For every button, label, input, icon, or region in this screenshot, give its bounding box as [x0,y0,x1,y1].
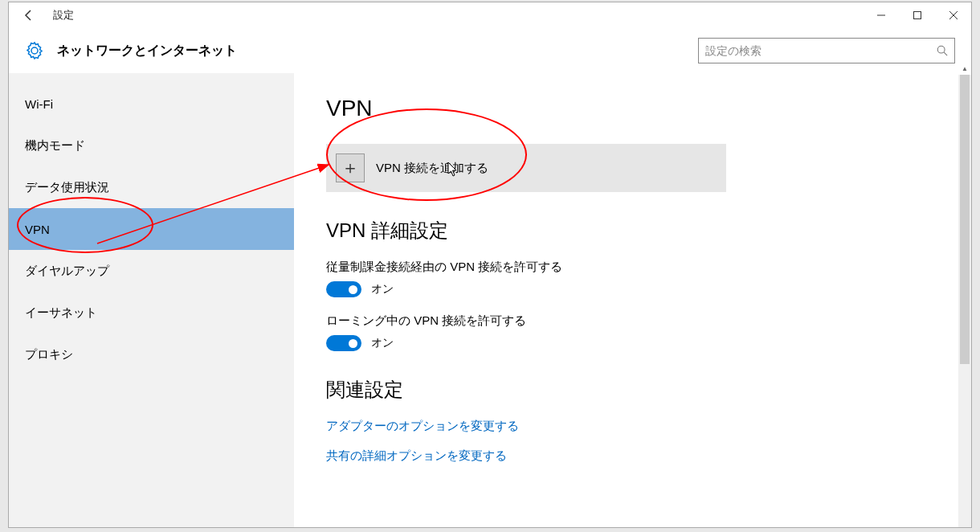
header: ネットワークとインターネット [9,28,971,73]
metered-toggle-row: オン [326,281,939,297]
metered-toggle[interactable] [326,281,361,297]
sidebar-item-proxy[interactable]: プロキシ [9,334,294,375]
gear-icon [25,41,44,60]
metered-label: 従量制課金接続経由の VPN 接続を許可する [326,260,939,275]
sidebar-item-label: Wi-Fi [25,97,53,111]
content-pane: VPN ＋ VPN 接続を追加する VPN 詳細設定 従量制課金接続経由の VP… [294,73,971,527]
close-button[interactable] [935,3,971,27]
back-button[interactable] [17,3,41,27]
roaming-toggle[interactable] [326,335,361,351]
scrollbar[interactable]: ▲ [958,75,971,527]
link-sharing-options[interactable]: 共有の詳細オプションを変更する [326,448,939,464]
sidebar-item-label: プロキシ [25,347,73,362]
sidebar-item-label: VPN [25,223,50,236]
sidebar-item-label: イーサネット [25,305,97,321]
sidebar-item-label: 機内モード [25,138,85,153]
sidebar: Wi-Fi 機内モード データ使用状況 VPN ダイヤルアップ イーサネット プ… [9,73,294,527]
section-related-title: 関連設定 [326,377,939,403]
sidebar-item-vpn[interactable]: VPN [9,208,294,250]
setting-metered: 従量制課金接続経由の VPN 接続を許可する オン [326,260,939,297]
scroll-up-icon[interactable]: ▲ [958,62,971,75]
roaming-state: オン [371,336,394,350]
setting-roaming: ローミング中の VPN 接続を許可する オン [326,313,939,351]
metered-state: オン [371,282,394,297]
svg-line-5 [944,52,947,55]
window-controls [863,3,971,27]
titlebar: 設定 [9,2,971,28]
page-title: ネットワークとインターネット [57,43,237,59]
search-input[interactable] [705,44,937,57]
maximize-button[interactable] [899,3,935,27]
section-advanced-title: VPN 詳細設定 [326,218,939,243]
link-adapter-options[interactable]: アダプターのオプションを変更する [326,419,939,434]
window-title: 設定 [53,8,74,23]
svg-rect-1 [913,12,921,19]
close-icon [949,11,958,19]
roaming-toggle-row: オン [326,335,939,351]
roaming-label: ローミング中の VPN 接続を許可する [326,313,939,329]
sidebar-item-label: データ使用状況 [25,180,109,195]
add-vpn-button[interactable]: ＋ VPN 接続を追加する [326,144,726,192]
minimize-icon [877,11,885,19]
settings-window: 設定 ネットワークとインターネット Wi-Fi 機内モード データ使用状況 VP… [8,2,972,528]
search-icon [937,45,948,56]
sidebar-item-ethernet[interactable]: イーサネット [9,292,294,334]
section-vpn-title: VPN [326,96,939,121]
sidebar-item-label: ダイヤルアップ [25,264,109,279]
sidebar-item-dialup[interactable]: ダイヤルアップ [9,250,294,292]
body: Wi-Fi 機内モード データ使用状況 VPN ダイヤルアップ イーサネット プ… [9,73,971,527]
maximize-icon [913,11,921,19]
plus-icon: ＋ [336,153,365,182]
svg-point-4 [937,46,945,53]
minimize-button[interactable] [863,3,899,27]
sidebar-item-wifi[interactable]: Wi-Fi [9,83,294,125]
sidebar-item-airplane[interactable]: 機内モード [9,125,294,166]
sidebar-item-datausage[interactable]: データ使用状況 [9,166,294,208]
add-vpn-label: VPN 接続を追加する [376,161,488,176]
search-box[interactable] [698,38,955,63]
arrow-left-icon [22,9,35,22]
scrollbar-thumb[interactable] [960,75,970,364]
